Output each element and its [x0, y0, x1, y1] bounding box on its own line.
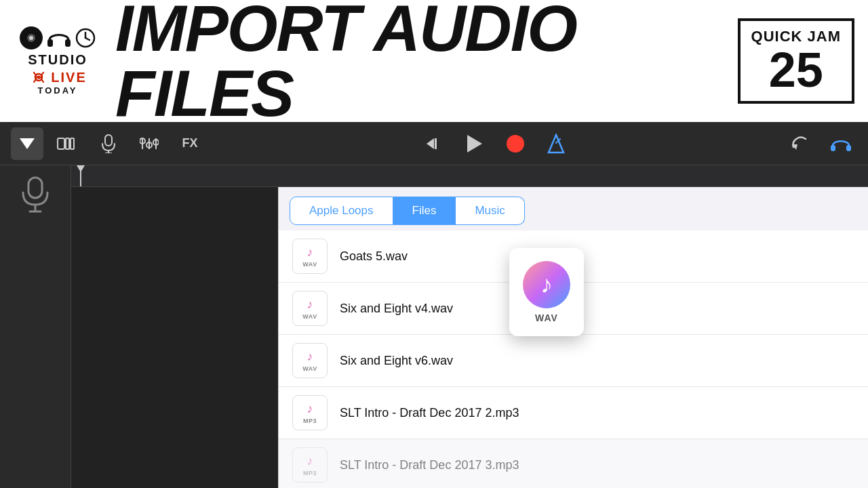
- svg-rect-4: [65, 39, 71, 47]
- quick-jam-number: 25: [751, 45, 841, 94]
- svg-marker-27: [549, 135, 564, 152]
- live-label: LIVE: [51, 70, 86, 85]
- file-item[interactable]: ♪ MP3 SLT Intro - Draft Dec 2017 2.mp3: [279, 387, 868, 439]
- svg-marker-10: [20, 138, 35, 149]
- page-title: Import Audio Files: [102, 0, 738, 126]
- file-name: SLT Intro - Draft Dec 2017 3.mp3: [340, 458, 519, 472]
- record-icon: [506, 134, 525, 153]
- dropdown-arrow-icon: [20, 138, 35, 149]
- fx-label: FX: [182, 136, 197, 150]
- file-type-label: MP3: [303, 470, 317, 476]
- svg-marker-25: [467, 135, 482, 152]
- timeline-area: |1 |2 |3 |4 |5 |6 |7 Apple Loops: [71, 165, 868, 488]
- floating-music-icon: [523, 261, 570, 308]
- file-name: SLT Intro - Draft Dec 2017 2.mp3: [340, 406, 519, 420]
- fx-button[interactable]: FX: [174, 127, 206, 160]
- headphone-monitor-icon: [831, 135, 851, 152]
- rewind-icon: [425, 136, 443, 152]
- svg-rect-11: [58, 138, 64, 149]
- floating-wav-label: WAV: [535, 312, 558, 323]
- arrange-icon: [56, 136, 79, 152]
- svg-rect-30: [831, 145, 835, 151]
- svg-point-9: [37, 76, 41, 79]
- svg-rect-3: [47, 39, 53, 47]
- disc-icon: [20, 26, 43, 49]
- logo-area: STUDIO LIVE TODAY: [14, 26, 102, 96]
- play-icon: [467, 135, 482, 152]
- mixer-icon: [140, 136, 159, 152]
- mixer-button[interactable]: [133, 127, 165, 160]
- file-type-label: MP3: [303, 418, 317, 424]
- music-note-icon: ♪: [307, 402, 313, 416]
- tab-music[interactable]: Music: [456, 197, 524, 225]
- file-icon-wav: ♪ WAV: [292, 239, 328, 274]
- file-icon-wav: ♪ WAV: [292, 343, 328, 378]
- playhead: [77, 165, 85, 187]
- today-label: TODAY: [37, 85, 77, 96]
- svg-marker-23: [427, 138, 434, 149]
- headphones-icon: [47, 28, 71, 48]
- svg-rect-14: [105, 135, 112, 146]
- file-browser: Apple Loops Files Music ♪ WAV: [278, 187, 868, 488]
- record-button[interactable]: [499, 127, 532, 160]
- music-note-icon: ♪: [307, 298, 313, 312]
- sidebar: [0, 165, 71, 488]
- svg-rect-13: [71, 138, 74, 149]
- arrange-button[interactable]: [52, 127, 84, 160]
- file-name: Six and Eight v4.wav: [340, 302, 453, 316]
- tab-apple-loops[interactable]: Apple Loops: [290, 197, 393, 225]
- timeline-ruler: |1 |2 |3 |4 |5 |6 |7: [71, 165, 868, 187]
- file-type-label: WAV: [302, 365, 317, 372]
- headphones-button[interactable]: [825, 127, 857, 160]
- rewind-button[interactable]: [418, 127, 450, 160]
- undo-icon: [791, 135, 810, 152]
- music-note-icon: ♪: [307, 454, 313, 468]
- tab-files[interactable]: Files: [393, 197, 456, 225]
- svg-point-2: [29, 36, 33, 40]
- file-type-label: WAV: [302, 261, 317, 268]
- metronome-icon: [547, 134, 565, 154]
- file-icon-mp3: ♪ MP3: [292, 395, 328, 430]
- play-button[interactable]: [458, 127, 491, 160]
- live-area: LIVE: [28, 69, 86, 85]
- music-note-icon: ♪: [307, 350, 313, 364]
- metronome-button[interactable]: [540, 127, 572, 160]
- file-name: Goats 5.wav: [340, 249, 408, 264]
- clock-icon: [75, 28, 96, 48]
- sidebar-mic-icon: [20, 176, 50, 214]
- svg-rect-24: [435, 138, 437, 149]
- tab-bar: Apple Loops Files Music: [279, 187, 868, 225]
- file-icon-mp3: ♪ MP3: [292, 447, 328, 483]
- quick-jam-badge: QUICK JAM 25: [738, 18, 854, 104]
- file-name: Six and Eight v6.wav: [340, 354, 453, 368]
- header: STUDIO LIVE TODAY Import Audio Files QUI…: [0, 0, 868, 122]
- file-item[interactable]: ♪ MP3 SLT Intro - Draft Dec 2017 3.mp3: [279, 439, 868, 488]
- ruler-marks: |1 |2 |3 |4 |5 |6 |7: [77, 185, 863, 186]
- svg-rect-31: [846, 145, 851, 151]
- svg-line-7: [85, 38, 90, 40]
- undo-button[interactable]: [784, 127, 816, 160]
- music-note-icon: ♪: [307, 245, 313, 260]
- file-item[interactable]: ♪ WAV Six and Eight v6.wav: [279, 335, 868, 387]
- mic-icon: [101, 134, 116, 153]
- svg-rect-32: [28, 178, 42, 198]
- studio-label: STUDIO: [28, 52, 87, 68]
- floating-wav-preview: WAV: [509, 248, 584, 336]
- mic-button[interactable]: [92, 127, 125, 160]
- broadcast-icon: [28, 69, 49, 85]
- main-area: |1 |2 |3 |4 |5 |6 |7 Apple Loops: [0, 165, 868, 488]
- file-icon-wav: ♪ WAV: [292, 291, 328, 326]
- svg-point-26: [507, 135, 524, 152]
- dropdown-button[interactable]: [11, 127, 43, 160]
- svg-rect-12: [66, 138, 69, 149]
- file-type-label: WAV: [302, 313, 317, 320]
